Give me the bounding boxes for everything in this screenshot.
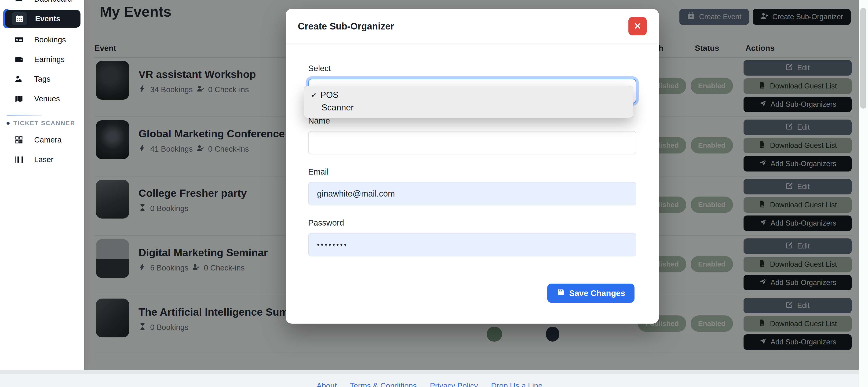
calendar-icon xyxy=(12,12,27,25)
sidebar-item-label: Bookings xyxy=(34,35,66,44)
close-button[interactable]: ✕ xyxy=(628,17,647,35)
sidebar-item-bookings[interactable]: $Bookings xyxy=(0,30,84,50)
option-label: POS xyxy=(320,90,339,100)
sidebar-scanner-nav: CameraLaser xyxy=(0,130,84,170)
scrollbar-track[interactable] xyxy=(859,0,868,387)
close-icon: ✕ xyxy=(633,21,642,31)
sidebar-item-label: Dashboard xyxy=(34,0,72,3)
sidebar-divider xyxy=(6,115,42,116)
wallet-icon xyxy=(13,55,24,64)
modal-body: Select ✓POS✓Scanner Name Email Password xyxy=(286,44,659,257)
floppy-icon xyxy=(557,288,565,298)
qrcode-icon xyxy=(13,135,24,145)
money-check-icon: $ xyxy=(13,35,24,44)
sidebar-item-label: Earnings xyxy=(34,55,65,64)
gauge-icon xyxy=(13,0,24,4)
sidebar-nav: DashboardEvents$BookingsEarningsTagsVenu… xyxy=(0,0,84,109)
sidebar-item-label: Laser xyxy=(34,155,54,164)
page-footer: AboutTerms & ConditionsPrivacy PolicyDro… xyxy=(0,370,859,387)
sidebar-item-label: Camera xyxy=(34,136,62,144)
check-icon: ✓ xyxy=(311,91,320,99)
sidebar-item-camera[interactable]: Camera xyxy=(0,130,84,150)
option-label: Scanner xyxy=(321,103,354,113)
sidebar-item-label: Tags xyxy=(34,75,51,84)
footer-link-terms-conditions[interactable]: Terms & Conditions xyxy=(350,381,417,387)
password-field-group: Password xyxy=(308,218,637,257)
modal-footer: Save Changes xyxy=(286,273,659,303)
sidebar-item-earnings[interactable]: Earnings xyxy=(0,50,84,69)
sidebar-item-laser[interactable]: Laser xyxy=(0,150,84,170)
modal-header: Create Sub-Organizer ✕ xyxy=(286,9,659,44)
save-changes-button[interactable]: Save Changes xyxy=(547,284,634,303)
create-sub-organizer-modal: Create Sub-Organizer ✕ Select ✓POS✓Scann… xyxy=(286,9,659,324)
email-field[interactable] xyxy=(308,182,637,205)
sidebar-item-events[interactable]: Events xyxy=(5,10,81,28)
map-icon xyxy=(13,94,24,103)
sidebar-item-tags[interactable]: Tags xyxy=(0,69,84,89)
select-field-group: Select ✓POS✓Scanner xyxy=(308,64,637,103)
password-field[interactable] xyxy=(308,233,637,257)
select-wrap: ✓POS✓Scanner xyxy=(308,79,637,103)
modal-title: Create Sub-Organizer xyxy=(298,21,394,32)
footer-links: AboutTerms & ConditionsPrivacy PolicyDro… xyxy=(0,381,859,387)
footer-link-privacy-policy[interactable]: Privacy Policy xyxy=(430,381,478,387)
sidebar-section-label: TICKET SCANNER xyxy=(13,120,75,127)
footer-link-about[interactable]: About xyxy=(316,381,337,387)
name-field-group: Name xyxy=(308,116,637,154)
select-option-pos[interactable]: ✓POS xyxy=(304,89,633,101)
password-label: Password xyxy=(308,218,637,228)
user-tag-icon xyxy=(13,75,24,84)
barcode-icon xyxy=(13,155,24,164)
sidebar-item-label: Venues xyxy=(34,94,60,103)
select-option-scanner[interactable]: ✓Scanner xyxy=(304,101,633,114)
bullet-icon xyxy=(6,122,9,125)
email-label: Email xyxy=(308,167,637,176)
sidebar-item-dashboard[interactable]: Dashboard xyxy=(0,0,84,8)
email-field-group: Email xyxy=(308,167,637,205)
sidebar-section-ticket-scanner: TICKET SCANNER xyxy=(0,118,84,128)
sidebar: DashboardEvents$BookingsEarningsTagsVenu… xyxy=(0,0,85,370)
select-dropdown-menu: ✓POS✓Scanner xyxy=(304,86,633,118)
scrollbar-thumb[interactable] xyxy=(860,8,866,109)
sidebar-item-label: Events xyxy=(35,14,60,23)
svg-text:$: $ xyxy=(17,39,18,41)
name-field[interactable] xyxy=(308,131,637,154)
select-label: Select xyxy=(308,64,637,73)
footer-link-drop-us-a-line[interactable]: Drop Us a Line xyxy=(491,381,542,387)
sidebar-item-venues[interactable]: Venues xyxy=(0,89,84,109)
